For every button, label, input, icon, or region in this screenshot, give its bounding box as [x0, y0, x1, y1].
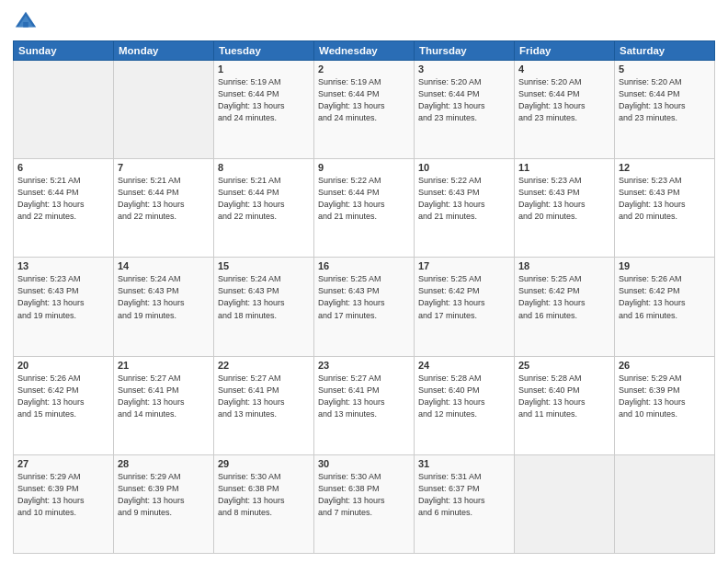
day-info: Sunrise: 5:23 AM Sunset: 6:43 PM Dayligh…	[518, 175, 610, 223]
day-cell: 27Sunrise: 5:29 AM Sunset: 6:39 PM Dayli…	[14, 454, 114, 553]
day-info: Sunrise: 5:26 AM Sunset: 6:42 PM Dayligh…	[619, 273, 711, 321]
day-info: Sunrise: 5:19 AM Sunset: 6:44 PM Dayligh…	[318, 76, 410, 124]
day-cell	[14, 61, 114, 159]
day-number: 17	[418, 260, 510, 271]
day-info: Sunrise: 5:27 AM Sunset: 6:41 PM Dayligh…	[218, 373, 310, 420]
day-info: Sunrise: 5:19 AM Sunset: 6:44 PM Dayligh…	[218, 76, 310, 124]
day-info: Sunrise: 5:28 AM Sunset: 6:40 PM Dayligh…	[418, 373, 510, 420]
day-cell: 17Sunrise: 5:25 AM Sunset: 6:42 PM Dayli…	[415, 258, 515, 356]
logo	[13, 9, 42, 35]
day-info: Sunrise: 5:30 AM Sunset: 6:38 PM Dayligh…	[318, 471, 410, 519]
week-row-3: 13Sunrise: 5:23 AM Sunset: 6:43 PM Dayli…	[14, 258, 715, 356]
day-number: 20	[17, 360, 109, 371]
day-header-friday: Friday	[515, 41, 615, 61]
header-row: SundayMondayTuesdayWednesdayThursdayFrid…	[14, 41, 715, 61]
day-number: 24	[418, 360, 510, 371]
day-number: 5	[619, 63, 711, 75]
day-info: Sunrise: 5:29 AM Sunset: 6:39 PM Dayligh…	[118, 471, 210, 519]
day-cell: 26Sunrise: 5:29 AM Sunset: 6:39 PM Dayli…	[615, 356, 715, 454]
day-number: 11	[518, 162, 610, 173]
logo-icon	[13, 9, 39, 35]
day-info: Sunrise: 5:22 AM Sunset: 6:43 PM Dayligh…	[418, 175, 510, 223]
day-info: Sunrise: 5:21 AM Sunset: 6:44 PM Dayligh…	[218, 175, 310, 223]
day-number: 6	[17, 162, 109, 173]
day-number: 21	[118, 360, 210, 371]
day-cell: 10Sunrise: 5:22 AM Sunset: 6:43 PM Dayli…	[415, 159, 515, 258]
day-info: Sunrise: 5:31 AM Sunset: 6:37 PM Dayligh…	[418, 471, 510, 519]
day-number: 8	[218, 162, 310, 173]
day-info: Sunrise: 5:23 AM Sunset: 6:43 PM Dayligh…	[17, 273, 109, 321]
day-cell: 28Sunrise: 5:29 AM Sunset: 6:39 PM Dayli…	[114, 454, 214, 553]
week-row-2: 6Sunrise: 5:21 AM Sunset: 6:44 PM Daylig…	[14, 159, 715, 258]
day-cell: 13Sunrise: 5:23 AM Sunset: 6:43 PM Dayli…	[14, 258, 114, 356]
week-row-5: 27Sunrise: 5:29 AM Sunset: 6:39 PM Dayli…	[14, 454, 715, 553]
day-info: Sunrise: 5:29 AM Sunset: 6:39 PM Dayligh…	[619, 373, 711, 420]
day-info: Sunrise: 5:21 AM Sunset: 6:44 PM Dayligh…	[118, 175, 210, 223]
day-number: 9	[318, 162, 410, 173]
day-info: Sunrise: 5:24 AM Sunset: 6:43 PM Dayligh…	[118, 273, 210, 321]
day-info: Sunrise: 5:21 AM Sunset: 6:44 PM Dayligh…	[17, 175, 109, 223]
day-info: Sunrise: 5:20 AM Sunset: 6:44 PM Dayligh…	[518, 76, 610, 124]
day-header-saturday: Saturday	[615, 41, 715, 61]
day-cell: 20Sunrise: 5:26 AM Sunset: 6:42 PM Dayli…	[14, 356, 114, 454]
day-number: 2	[318, 63, 410, 75]
week-row-1: 1Sunrise: 5:19 AM Sunset: 6:44 PM Daylig…	[14, 61, 715, 159]
day-info: Sunrise: 5:22 AM Sunset: 6:44 PM Dayligh…	[318, 175, 410, 223]
day-cell: 12Sunrise: 5:23 AM Sunset: 6:43 PM Dayli…	[615, 159, 715, 258]
day-cell: 16Sunrise: 5:25 AM Sunset: 6:43 PM Dayli…	[314, 258, 415, 356]
day-number: 13	[17, 260, 109, 271]
day-cell: 23Sunrise: 5:27 AM Sunset: 6:41 PM Dayli…	[314, 356, 415, 454]
day-cell: 1Sunrise: 5:19 AM Sunset: 6:44 PM Daylig…	[214, 61, 314, 159]
day-header-tuesday: Tuesday	[214, 41, 314, 61]
day-cell: 5Sunrise: 5:20 AM Sunset: 6:44 PM Daylig…	[615, 61, 715, 159]
day-info: Sunrise: 5:27 AM Sunset: 6:41 PM Dayligh…	[118, 373, 210, 420]
day-cell: 7Sunrise: 5:21 AM Sunset: 6:44 PM Daylig…	[114, 159, 214, 258]
day-header-wednesday: Wednesday	[314, 41, 415, 61]
day-header-monday: Monday	[114, 41, 214, 61]
day-cell	[515, 454, 615, 553]
day-cell: 30Sunrise: 5:30 AM Sunset: 6:38 PM Dayli…	[314, 454, 415, 553]
day-number: 4	[518, 63, 610, 75]
day-cell: 8Sunrise: 5:21 AM Sunset: 6:44 PM Daylig…	[214, 159, 314, 258]
day-number: 10	[418, 162, 510, 173]
day-cell: 11Sunrise: 5:23 AM Sunset: 6:43 PM Dayli…	[515, 159, 615, 258]
day-info: Sunrise: 5:28 AM Sunset: 6:40 PM Dayligh…	[518, 373, 610, 420]
day-header-thursday: Thursday	[415, 41, 515, 61]
day-number: 25	[518, 360, 610, 371]
day-number: 12	[619, 162, 711, 173]
day-number: 18	[518, 260, 610, 271]
svg-rect-2	[23, 22, 28, 28]
day-info: Sunrise: 5:27 AM Sunset: 6:41 PM Dayligh…	[318, 373, 410, 420]
day-cell: 19Sunrise: 5:26 AM Sunset: 6:42 PM Dayli…	[615, 258, 715, 356]
day-info: Sunrise: 5:20 AM Sunset: 6:44 PM Dayligh…	[418, 76, 510, 124]
day-info: Sunrise: 5:20 AM Sunset: 6:44 PM Dayligh…	[619, 76, 711, 124]
day-info: Sunrise: 5:24 AM Sunset: 6:43 PM Dayligh…	[218, 273, 310, 321]
day-cell: 4Sunrise: 5:20 AM Sunset: 6:44 PM Daylig…	[515, 61, 615, 159]
calendar-table: SundayMondayTuesdayWednesdayThursdayFrid…	[13, 40, 715, 554]
day-number: 16	[318, 260, 410, 271]
day-number: 31	[418, 458, 510, 469]
day-number: 15	[218, 260, 310, 271]
day-cell: 22Sunrise: 5:27 AM Sunset: 6:41 PM Dayli…	[214, 356, 314, 454]
day-info: Sunrise: 5:25 AM Sunset: 6:42 PM Dayligh…	[518, 273, 610, 321]
day-cell: 3Sunrise: 5:20 AM Sunset: 6:44 PM Daylig…	[415, 61, 515, 159]
day-cell: 6Sunrise: 5:21 AM Sunset: 6:44 PM Daylig…	[14, 159, 114, 258]
day-cell: 14Sunrise: 5:24 AM Sunset: 6:43 PM Dayli…	[114, 258, 214, 356]
day-cell: 21Sunrise: 5:27 AM Sunset: 6:41 PM Dayli…	[114, 356, 214, 454]
day-number: 22	[218, 360, 310, 371]
day-cell: 18Sunrise: 5:25 AM Sunset: 6:42 PM Dayli…	[515, 258, 615, 356]
day-cell: 15Sunrise: 5:24 AM Sunset: 6:43 PM Dayli…	[214, 258, 314, 356]
day-number: 14	[118, 260, 210, 271]
day-number: 23	[318, 360, 410, 371]
day-cell: 31Sunrise: 5:31 AM Sunset: 6:37 PM Dayli…	[415, 454, 515, 553]
day-number: 28	[118, 458, 210, 469]
day-number: 7	[118, 162, 210, 173]
day-number: 29	[218, 458, 310, 469]
day-info: Sunrise: 5:29 AM Sunset: 6:39 PM Dayligh…	[17, 471, 109, 519]
day-cell: 2Sunrise: 5:19 AM Sunset: 6:44 PM Daylig…	[314, 61, 415, 159]
day-info: Sunrise: 5:25 AM Sunset: 6:42 PM Dayligh…	[418, 273, 510, 321]
day-number: 30	[318, 458, 410, 469]
day-info: Sunrise: 5:30 AM Sunset: 6:38 PM Dayligh…	[218, 471, 310, 519]
day-info: Sunrise: 5:26 AM Sunset: 6:42 PM Dayligh…	[17, 373, 109, 420]
week-row-4: 20Sunrise: 5:26 AM Sunset: 6:42 PM Dayli…	[14, 356, 715, 454]
